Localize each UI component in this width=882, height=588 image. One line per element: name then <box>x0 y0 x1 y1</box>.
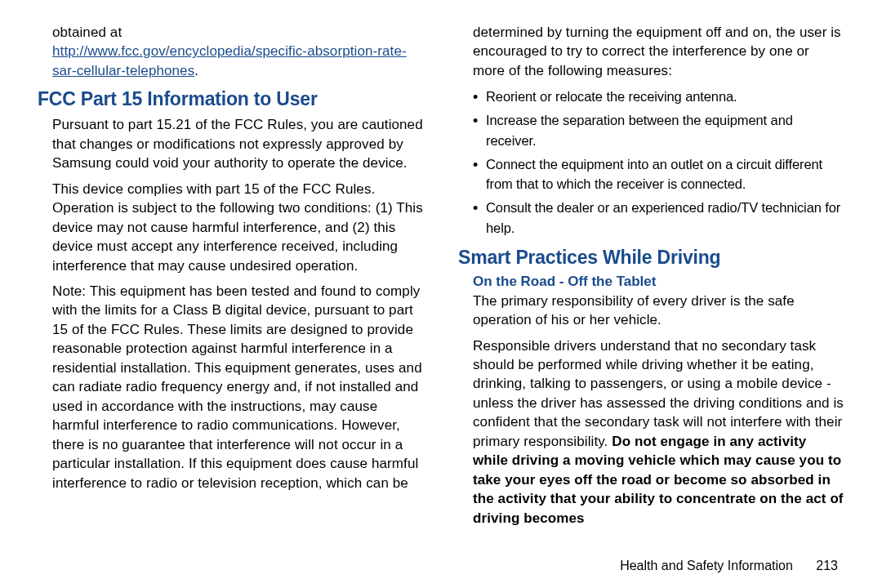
fcc-continued: determined by turning the equipment off … <box>473 23 844 80</box>
list-item: Consult the dealer or an experienced rad… <box>473 198 844 238</box>
fcc-p3: Note: This equipment has been tested and… <box>52 282 424 492</box>
footer-section: Health and Safety Information <box>620 559 793 572</box>
document-page: obtained at http://www.fcc.gov/encyclope… <box>0 0 882 588</box>
fcc-p2: This device complies with part 15 of the… <box>52 180 424 275</box>
subheading-on-road: On the Road - Off the Tablet <box>473 274 844 290</box>
heading-fcc-part15: FCC Part 15 Information to User <box>38 88 424 110</box>
page-footer: Health and Safety Information 213 <box>38 550 844 573</box>
two-column-layout: obtained at http://www.fcc.gov/encyclope… <box>38 23 844 550</box>
list-item: Increase the separation between the equi… <box>473 110 844 151</box>
driving-p2: Responsible drivers understand that no s… <box>473 336 844 528</box>
link-suffix: . <box>194 63 198 78</box>
list-item: Connect the equipment into an outlet on … <box>473 154 844 195</box>
measures-list: Reorient or relocate the receiving anten… <box>473 87 844 238</box>
driving-p2-start: Responsible drivers understand that no s… <box>473 338 844 449</box>
heading-smart-practices: Smart Practices While Driving <box>458 247 844 269</box>
obtained-line: obtained at http://www.fcc.gov/encyclope… <box>52 23 424 80</box>
obtained-prefix: obtained at <box>52 24 122 40</box>
page-number: 213 <box>816 559 838 573</box>
driving-p1: The primary responsibility of every driv… <box>473 292 844 330</box>
left-column: obtained at http://www.fcc.gov/encyclope… <box>38 23 424 550</box>
right-column: determined by turning the equipment off … <box>458 23 844 550</box>
list-item: Reorient or relocate the receiving anten… <box>473 87 844 107</box>
fcc-p1: Pursuant to part 15.21 of the FCC Rules,… <box>52 115 424 172</box>
fcc-sar-link[interactable]: http://www.fcc.gov/encyclopedia/specific… <box>52 43 407 78</box>
